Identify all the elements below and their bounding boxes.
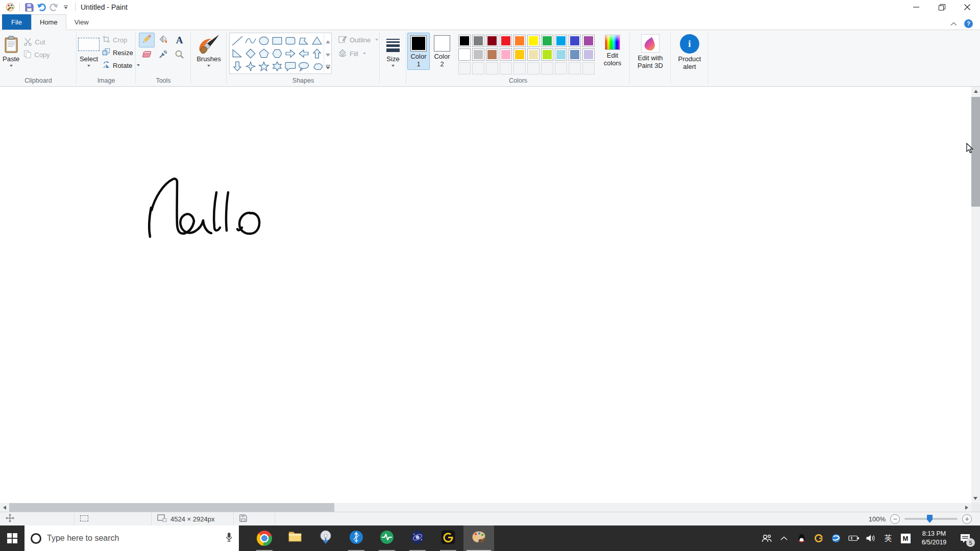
shape-curve[interactable] — [244, 34, 257, 47]
palette-swatch-r1-1[interactable] — [472, 35, 484, 47]
select-button[interactable]: Select — [77, 33, 101, 68]
shape-up-arrow[interactable] — [310, 47, 324, 60]
palette-swatch-r1-9[interactable] — [582, 35, 595, 47]
outline-button[interactable]: Outline — [338, 35, 378, 45]
shape-oval-callout[interactable] — [297, 60, 310, 72]
palette-swatch-r1-2[interactable] — [486, 35, 498, 47]
taskbar-app-system-monitor[interactable] — [372, 525, 402, 551]
palette-swatch-r2-6[interactable] — [541, 48, 553, 61]
scroll-down-icon[interactable] — [973, 497, 977, 500]
shapes-more-icon[interactable] — [326, 62, 330, 71]
taskbar-app-media-player[interactable] — [310, 525, 341, 551]
tray-overflow-chevron-icon[interactable] — [775, 525, 793, 551]
customize-toolbar-dropdown-icon[interactable] — [60, 1, 72, 13]
palette-swatch-r1-5[interactable] — [527, 35, 540, 47]
shape-pentagon[interactable] — [257, 47, 271, 60]
palette-empty-slot-7[interactable] — [555, 62, 567, 74]
taskbar-clock[interactable]: 8:13 PM 6/5/2019 — [914, 525, 954, 551]
edit-with-paint3d-button[interactable]: Edit with Paint 3D — [632, 33, 669, 70]
close-button[interactable] — [954, 0, 980, 14]
help-icon[interactable]: ? — [964, 19, 973, 28]
shapes-scroll-up-icon[interactable] — [326, 36, 330, 45]
cut-button[interactable]: Cut — [22, 36, 51, 48]
ime-mode-indicator[interactable]: M — [897, 525, 914, 551]
horizontal-scrollbar[interactable] — [0, 503, 971, 512]
palette-swatch-r2-0[interactable] — [458, 48, 471, 61]
palette-swatch-r2-1[interactable] — [472, 48, 484, 61]
color2-button[interactable]: Color 2 — [431, 33, 453, 70]
palette-swatch-r2-4[interactable] — [513, 48, 526, 61]
shape-triangle[interactable] — [310, 34, 324, 47]
shape-line[interactable] — [231, 34, 244, 47]
tab-home[interactable]: Home — [31, 14, 66, 30]
fill-with-color-tool-button[interactable] — [155, 33, 171, 47]
palette-empty-slot-5[interactable] — [527, 62, 540, 74]
shape-left-arrow[interactable] — [297, 47, 310, 60]
palette-swatch-r1-8[interactable] — [569, 35, 581, 47]
shapes-scroll-down-icon[interactable] — [326, 49, 330, 59]
ime-language-indicator[interactable]: 英 — [879, 525, 897, 551]
scroll-left-icon[interactable] — [3, 506, 6, 510]
shape-rounded-rectangle[interactable] — [284, 34, 297, 47]
browser-globe-icon[interactable] — [827, 525, 845, 551]
palette-empty-slot-6[interactable] — [541, 62, 553, 74]
shape-cloud-callout[interactable] — [310, 60, 324, 72]
palette-empty-slot-1[interactable] — [472, 62, 484, 74]
start-button[interactable] — [0, 525, 24, 551]
restore-button[interactable] — [929, 0, 954, 14]
palette-swatch-r2-2[interactable] — [486, 48, 498, 61]
product-alert-button[interactable]: i Product alert — [673, 33, 706, 71]
shape-down-arrow[interactable] — [231, 60, 244, 72]
shape-ellipse[interactable] — [257, 34, 271, 47]
qq-icon[interactable] — [793, 525, 810, 551]
tab-view[interactable]: View — [66, 14, 97, 30]
redo-button[interactable] — [47, 1, 60, 13]
palette-swatch-r1-0[interactable] — [458, 35, 471, 47]
g-tray-icon[interactable] — [810, 525, 827, 551]
palette-swatch-r1-6[interactable] — [541, 35, 553, 47]
palette-empty-slot-2[interactable] — [486, 62, 498, 74]
shape-right-arrow[interactable] — [284, 47, 297, 60]
taskbar-app-file-explorer[interactable] — [280, 525, 310, 551]
palette-empty-slot-3[interactable] — [500, 62, 512, 74]
paste-button[interactable]: Paste — [0, 33, 22, 68]
palette-swatch-r1-3[interactable] — [500, 35, 512, 47]
zoom-slider-thumb[interactable] — [927, 515, 933, 523]
canvas-area[interactable] — [0, 87, 980, 512]
shape-polygon[interactable] — [297, 34, 310, 47]
palette-swatch-r2-8[interactable] — [569, 48, 581, 61]
shape-hexagon[interactable] — [271, 47, 284, 60]
taskbar-app-chrome[interactable] — [249, 525, 280, 551]
palette-swatch-r1-7[interactable] — [555, 35, 567, 47]
people-icon[interactable] — [758, 525, 775, 551]
fill-button[interactable]: Fill — [338, 48, 378, 59]
shape-rounded-callout[interactable] — [284, 60, 297, 72]
pencil-tool-button[interactable] — [139, 33, 155, 47]
taskbar-app-thunder[interactable] — [341, 525, 372, 551]
microphone-icon[interactable] — [225, 532, 233, 544]
text-tool-button[interactable]: A — [172, 33, 187, 47]
palette-swatch-r1-4[interactable] — [513, 35, 526, 47]
shape-right-triangle[interactable] — [231, 47, 244, 60]
brushes-button[interactable]: Brushes — [194, 33, 224, 68]
minimize-button[interactable] — [903, 0, 929, 14]
tab-file[interactable]: File — [2, 14, 31, 30]
copy-button[interactable]: Copy — [22, 48, 51, 61]
edit-colors-button[interactable]: Edit colors — [598, 33, 627, 68]
palette-empty-slot-9[interactable] — [582, 62, 595, 74]
eraser-tool-button[interactable] — [139, 48, 155, 63]
save-button[interactable] — [23, 1, 35, 13]
shape-diamond[interactable] — [244, 47, 257, 60]
taskbar-app-g-app[interactable] — [433, 525, 463, 551]
palette-empty-slot-4[interactable] — [513, 62, 526, 74]
palette-empty-slot-8[interactable] — [569, 62, 581, 74]
taskbar-app-space-app[interactable] — [402, 525, 433, 551]
shape-five-point-star[interactable] — [257, 60, 271, 72]
scroll-up-icon[interactable] — [974, 90, 978, 93]
palette-swatch-r2-9[interactable] — [582, 48, 595, 61]
taskbar-app-paint[interactable] — [463, 525, 494, 551]
palette-swatch-r2-3[interactable] — [500, 48, 512, 61]
zoom-in-button[interactable]: + — [962, 514, 972, 524]
color1-button[interactable]: Color 1 — [407, 33, 430, 70]
zoom-slider[interactable] — [904, 518, 958, 520]
